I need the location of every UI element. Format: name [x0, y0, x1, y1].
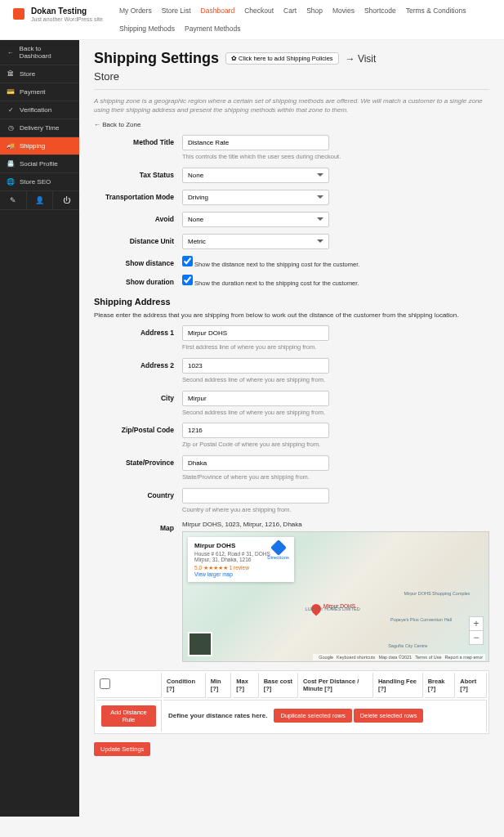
- rates-header: Abort [?]: [457, 673, 487, 698]
- show-duration-checkbox[interactable]: [182, 275, 193, 285]
- nav-payment-methods[interactable]: Payment Methods: [185, 25, 241, 33]
- address2-input[interactable]: [182, 358, 329, 374]
- shipping-address-desc: Please enter the address that you are sh…: [94, 311, 489, 319]
- city-label: City: [94, 391, 182, 417]
- address1-input[interactable]: [182, 325, 329, 341]
- distance-unit-select[interactable]: Metric: [182, 234, 329, 249]
- select-all-checkbox[interactable]: [100, 678, 110, 689]
- sidebar-icon: 💳: [7, 88, 15, 96]
- show-distance-label: Show distance: [94, 256, 182, 268]
- sidebar-icon: 🌐: [7, 178, 15, 186]
- satellite-thumb[interactable]: [188, 632, 212, 656]
- main-content: Shipping Settings ✿ Click here to add Sh…: [79, 40, 504, 817]
- nav-shop[interactable]: Shop: [306, 7, 323, 15]
- tax-status-label: Tax Status: [94, 168, 182, 183]
- rates-header: Max [?]: [233, 673, 258, 698]
- directions-link[interactable]: Directions: [267, 542, 289, 560]
- rates-header: Min [?]: [207, 673, 232, 698]
- update-settings-button[interactable]: Update Settings: [94, 742, 150, 756]
- back-to-zone-link[interactable]: ← Back to Zone: [94, 121, 489, 128]
- rates-header: Handling Fee [?]: [375, 673, 423, 698]
- add-policies-button[interactable]: ✿ Click here to add Shipping Policies: [225, 52, 339, 65]
- transport-select[interactable]: Driving: [182, 190, 329, 205]
- visit-link[interactable]: → Visit: [346, 53, 377, 65]
- shipping-address-heading: Shipping Address: [94, 297, 489, 307]
- sidebar-item-shipping[interactable]: 🚚Shipping: [0, 137, 79, 155]
- sidebar-item-verification[interactable]: ✓Verification: [0, 101, 79, 119]
- directions-icon: [270, 539, 287, 556]
- page-title: Shipping Settings: [94, 50, 219, 67]
- page-subtitle: Store: [94, 70, 489, 83]
- sidebar-item-back-to-dashboard[interactable]: ←Back to Dashboard: [0, 40, 79, 65]
- state-label: State/Province: [94, 455, 182, 481]
- sidebar-icon: ←: [7, 49, 15, 56]
- method-title-label: Method Title: [94, 135, 182, 161]
- map-attribution: GoogleKeyboard shortcutsMap data ©2021Te…: [313, 654, 485, 660]
- nav-shortcode[interactable]: Shortcode: [364, 7, 396, 15]
- nav-shipping-methods[interactable]: Shipping Methods: [119, 25, 175, 33]
- zoom-in-button[interactable]: +: [470, 617, 483, 631]
- rates-header: Cost Per Distance / Minute [?]: [300, 673, 373, 698]
- rates-table: Condition [?]Min [?]Max [?]Base cost [?]…: [94, 670, 489, 734]
- country-input[interactable]: [182, 488, 329, 504]
- nav-terms-conditions[interactable]: Terms & Conditions: [406, 7, 466, 15]
- address2-label: Address 2: [94, 358, 182, 384]
- zip-label: Zip/Postal Code: [94, 423, 182, 449]
- user-icon[interactable]: 👤: [27, 191, 54, 209]
- sidebar-icon-row: ✎ 👤 ⏻: [0, 191, 79, 210]
- zip-input[interactable]: [182, 423, 329, 438]
- state-input[interactable]: [182, 455, 329, 471]
- brand-subtitle: Just another WordPress site: [31, 16, 103, 23]
- distance-unit-label: Distance Unit: [94, 234, 182, 249]
- brand: Dokan Testing Just another WordPress sit…: [13, 7, 119, 23]
- avoid-select[interactable]: None: [182, 212, 329, 227]
- brand-logo-icon: [13, 8, 25, 20]
- sidebar-item-store-seo[interactable]: 🌐Store SEO: [0, 173, 79, 191]
- method-title-help: This controls the title which the user s…: [182, 153, 489, 161]
- country-label: Country: [94, 488, 182, 514]
- avoid-label: Avoid: [94, 212, 182, 227]
- sidebar-icon: ✓: [7, 106, 15, 114]
- map-poi: Sagufta City Centre: [388, 643, 427, 648]
- duplicate-rows-button[interactable]: Duplicate selected rows: [274, 709, 351, 723]
- sidebar-icon: ◷: [7, 124, 15, 132]
- sidebar-item-payment[interactable]: 💳Payment: [0, 83, 79, 101]
- sidebar-icon: 📇: [7, 160, 15, 168]
- nav-movies[interactable]: Movies: [332, 7, 355, 15]
- nav-cart[interactable]: Cart: [283, 7, 297, 15]
- transport-label: Transportation Mode: [94, 190, 182, 205]
- top-bar: Dokan Testing Just another WordPress sit…: [0, 0, 504, 40]
- map-address-text: Mirpur DOHS, 1023, Mirpur, 1216, Dhaka: [182, 521, 489, 528]
- sidebar-item-store[interactable]: 🏛Store: [0, 65, 79, 83]
- show-duration-label: Show duration: [94, 275, 182, 287]
- add-distance-rule-button[interactable]: Add Distance Rule: [101, 705, 156, 727]
- rates-header: Break [?]: [425, 673, 456, 698]
- rates-header: Base cost [?]: [261, 673, 298, 698]
- sidebar-item-delivery-time[interactable]: ◷Delivery Time: [0, 119, 79, 137]
- nav-dashboard[interactable]: Dashboard: [201, 7, 235, 15]
- map-poi: LUXURY HOMES LIMITED: [306, 606, 360, 611]
- zoom-out-button[interactable]: −: [470, 631, 483, 644]
- city-input[interactable]: [182, 391, 329, 406]
- sidebar: ←Back to Dashboard🏛Store💳Payment✓Verific…: [0, 40, 79, 817]
- tax-status-select[interactable]: None: [182, 168, 329, 183]
- nav-my-orders[interactable]: My Orders: [119, 7, 152, 15]
- sidebar-icon: 🚚: [7, 142, 15, 150]
- nav-store-list[interactable]: Store List: [162, 7, 191, 15]
- delete-rows-button[interactable]: Delete selected rows: [354, 709, 424, 723]
- map-widget[interactable]: Mirpur DOHS House # 612, Road # 31, DOHS…: [182, 531, 489, 662]
- map-poi: Popeye's Plus Convention Hall: [390, 617, 452, 622]
- define-rates-text: Define your distance rates here.: [168, 712, 267, 719]
- view-larger-map-link[interactable]: View larger map: [194, 571, 288, 577]
- top-nav: My OrdersStore ListDashboardCheckoutCart…: [119, 7, 491, 33]
- show-distance-checkbox[interactable]: [182, 256, 193, 266]
- map-label: Map: [94, 521, 182, 662]
- rates-header: Condition [?]: [163, 673, 206, 698]
- method-title-input[interactable]: [182, 135, 329, 150]
- nav-checkout[interactable]: Checkout: [244, 7, 274, 15]
- map-poi: Mirpur DOHS Shopping Complex: [404, 591, 471, 596]
- power-icon[interactable]: ⏻: [53, 191, 79, 209]
- sidebar-item-social-profile[interactable]: 📇Social Profile: [0, 155, 79, 173]
- edit-icon[interactable]: ✎: [0, 191, 27, 209]
- sidebar-icon: 🏛: [7, 70, 15, 78]
